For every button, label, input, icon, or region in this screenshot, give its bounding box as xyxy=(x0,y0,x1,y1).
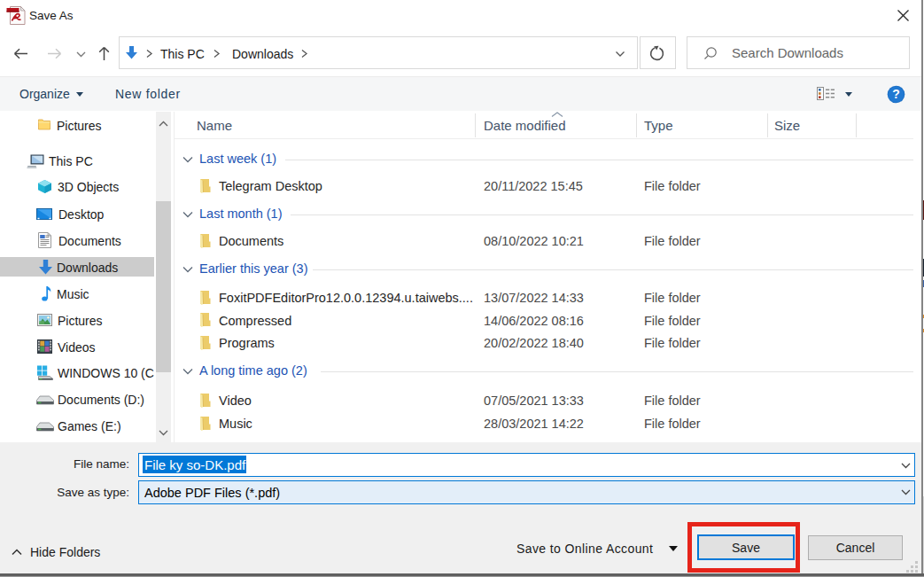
svg-text:?: ? xyxy=(892,87,900,101)
